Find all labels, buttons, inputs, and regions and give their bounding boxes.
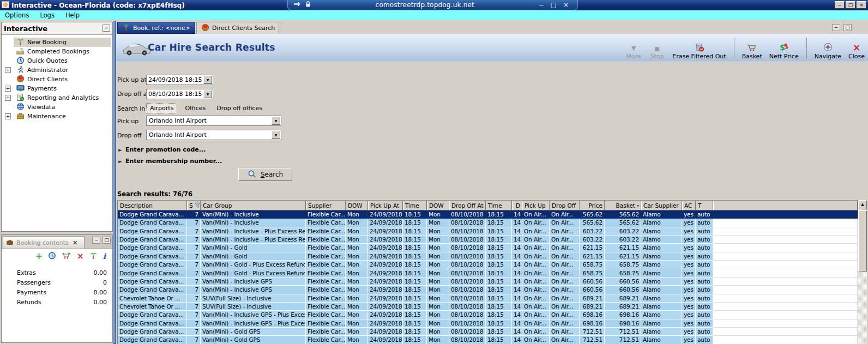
drop-off-combobox[interactable]: Orlando Intl Airport ▼ [146, 130, 281, 140]
pick-up-at-dropdown-button[interactable]: ▼ [203, 76, 212, 84]
menu-help[interactable]: Help [65, 11, 80, 19]
pick-up-dropdown-button[interactable]: ▼ [272, 117, 280, 125]
column-header-s-1[interactable]: S [187, 201, 201, 210]
rdp-close-button[interactable]: × [563, 1, 569, 9]
column-header-t-17[interactable]: T [696, 201, 713, 210]
search-button[interactable]: Search [238, 168, 292, 181]
result-row-0[interactable]: Dodge Grand Carava...7Van(Mini) - Inclus… [118, 210, 858, 219]
sidebar-item-viewdata[interactable]: Viewdata [2, 102, 112, 112]
column-header-price-13[interactable]: Price [580, 201, 605, 210]
column-header-car-supplier-15[interactable]: Car Supplier [641, 201, 682, 210]
booking-contents-maximize-button[interactable]: □ [103, 237, 111, 244]
scrollbar-thumb[interactable] [858, 210, 867, 271]
menu-logs[interactable]: Logs [40, 11, 55, 19]
column-header-dow-4[interactable]: DOW [346, 201, 368, 210]
membership-number-expander[interactable]: ► Enter membership number... [118, 158, 222, 165]
navigate-button[interactable]: Navigate [815, 41, 841, 60]
column-header-dow-7[interactable]: DOW [427, 201, 449, 210]
result-row-12[interactable]: Dodge Grand Carava...7Van(Mini) - Inclus… [118, 311, 858, 319]
dock-splitter[interactable] [113, 21, 116, 344]
pin-icon[interactable] [293, 1, 300, 9]
result-row-15[interactable]: Dodge Grand Carava...7Van(Mini) - Gold G… [118, 336, 858, 344]
result-row-1[interactable]: Dodge Grand Carava...7Van(Mini) - Inclus… [118, 219, 858, 227]
search-in-offices[interactable]: Offices [182, 104, 209, 113]
result-row-11[interactable]: Chevrolet Tahoe Or ...7SUV(Full Size) - … [118, 303, 858, 311]
result-row-10[interactable]: Chevrolet Tahoe Or ...7SUV(Full Size) - … [118, 294, 858, 303]
tab-direct-clients-search[interactable]: Direct Clients Search [196, 22, 279, 34]
result-row-6[interactable]: Dodge Grand Carava...7Van(Mini) - Gold -… [118, 261, 858, 269]
sidebar-item-payments[interactable]: +$Payments [2, 84, 112, 93]
result-row-14[interactable]: Dodge Grand Carava...7Van(Mini) - Gold G… [118, 328, 858, 336]
column-header-time-6[interactable]: Time [403, 201, 427, 210]
sidebar-item-direct-clients[interactable]: Direct Clients [2, 75, 112, 84]
result-row-5[interactable]: Dodge Grand Carava...7Van(Mini) - GoldFl… [118, 252, 858, 261]
result-row-8[interactable]: Dodge Grand Carava...7Van(Mini) - Inclus… [118, 277, 858, 286]
drop-off-at-dropdown-button[interactable]: ▼ [203, 90, 212, 98]
delete-item-button[interactable]: × [77, 252, 84, 260]
info-button[interactable]: i [103, 252, 106, 261]
vertical-scrollbar[interactable]: ▲ [858, 200, 867, 344]
search-in-airports[interactable]: Airports [146, 103, 177, 113]
window-restore-button[interactable]: □ [846, 1, 855, 9]
cell-d-10: 14 [512, 227, 522, 236]
sidebar-item-administrator[interactable]: +Administrator [2, 65, 112, 75]
sidebar-collapse-button[interactable]: − [103, 25, 110, 32]
search-in-drop-off-offices[interactable]: Drop off offices [213, 104, 266, 113]
tab-booking-ref[interactable]: Book. ref.: <none> × [117, 22, 195, 34]
column-header-pick-up-at-5[interactable]: Pick Up At [368, 201, 403, 210]
expand-icon[interactable]: + [5, 95, 11, 101]
rdp-restore-button[interactable]: □ [551, 1, 557, 9]
column-header-drop-off-at-8[interactable]: Drop Off At [449, 201, 486, 210]
booking-contents-tab[interactable]: Booking contents × [3, 236, 85, 249]
pick-up-combobox[interactable]: Orlando Intl Airport ▼ [146, 116, 281, 126]
result-row-3[interactable]: Dodge Grand Carava...7Van(Mini) - Inclus… [118, 236, 858, 244]
window-minimize-button[interactable]: − [835, 1, 845, 9]
add-item-button[interactable]: + [35, 252, 43, 260]
basket-button[interactable]: Basket [742, 41, 762, 60]
column-header-pick-up-11[interactable]: Pick Up [522, 201, 550, 210]
rdp-minimize-button[interactable]: − [539, 1, 544, 9]
sidebar-item-reporting-and-analytics[interactable]: +Reporting and Analytics [2, 93, 112, 102]
drop-off-at-input[interactable] [147, 90, 203, 98]
filter-funnel-icon[interactable] [195, 202, 201, 209]
expand-icon[interactable]: + [5, 86, 11, 92]
cell-ac-16: yes [682, 303, 696, 311]
result-row-13[interactable]: Dodge Grand Carava...7Van(Mini) - Inclus… [118, 319, 858, 328]
promotion-code-expander[interactable]: ► Enter promotion code... [118, 146, 206, 153]
sidebar-item-quick-quotes[interactable]: Quick Quotes [2, 56, 112, 65]
sidebar-item-new-booking[interactable]: New Booking [2, 38, 112, 47]
expand-icon[interactable]: + [5, 67, 11, 73]
column-header-d-10[interactable]: D [512, 201, 522, 210]
booking-contents-close-icon[interactable]: × [73, 239, 78, 246]
drop-off-dropdown-button[interactable]: ▼ [272, 131, 280, 139]
sidebar-item-completed-bookings[interactable]: Completed Bookings [2, 47, 112, 56]
nett-price-button[interactable]: $ Nett Price [769, 41, 799, 60]
result-row-4[interactable]: Dodge Grand Carava...7Van(Mini) - GoldFl… [118, 244, 858, 252]
booking-contents-minimize-button[interactable]: − [92, 237, 100, 244]
window-close-button[interactable]: × [857, 1, 866, 9]
result-row-2[interactable]: Dodge Grand Carava...7Van(Mini) - Inclus… [118, 227, 858, 236]
column-header-drop-off-12[interactable]: Drop Off [550, 201, 580, 210]
column-header-supplier-3[interactable]: Supplier [306, 201, 346, 210]
close-button[interactable]: × Close [848, 41, 865, 60]
sidebar-item-maintenance[interactable]: +Maintenance [2, 112, 112, 121]
cell-dow-4: Mon [346, 227, 368, 236]
column-header-basket-14[interactable]: Basket▾ [605, 201, 641, 210]
column-header-description-0[interactable]: Description [118, 201, 187, 210]
result-row-9[interactable]: Dodge Grand Carava...7Van(Mini) - Inclus… [118, 286, 858, 294]
result-row-7[interactable]: Dodge Grand Carava...7Van(Mini) - Gold -… [118, 269, 858, 277]
main-minimize-button[interactable]: − [832, 24, 840, 31]
palm-icon[interactable] [89, 251, 98, 261]
column-header-car-group-2[interactable]: Car Group [201, 201, 306, 210]
cell-description-0: Dodge Grand Carava... [118, 336, 187, 344]
pick-up-at-input[interactable] [147, 76, 203, 84]
scroll-up-button[interactable]: ▲ [858, 200, 867, 209]
menu-options[interactable]: Options [5, 11, 29, 19]
column-header-time-9[interactable]: Time [486, 201, 512, 210]
main-maximize-button[interactable]: □ [843, 24, 852, 31]
column-header-ac-16[interactable]: AC [682, 201, 696, 210]
expand-icon[interactable]: + [5, 113, 11, 119]
cart-arrow-icon[interactable] [62, 251, 71, 261]
erase-filtered-out-button[interactable]: Erase Filtered Out [672, 41, 726, 60]
refresh-clock-icon[interactable] [48, 251, 56, 261]
